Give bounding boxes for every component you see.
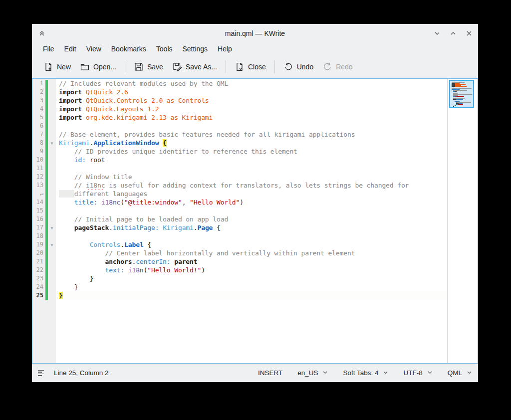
fold-cell bbox=[48, 173, 56, 182]
fold-cell bbox=[48, 199, 56, 207]
statusbar-item-label: QML bbox=[448, 369, 462, 377]
code-text bbox=[56, 165, 447, 173]
code-line[interactable]: 1// Includes relevant modules used by th… bbox=[32, 80, 447, 88]
fold-cell bbox=[48, 215, 56, 224]
save-icon bbox=[134, 62, 144, 72]
code-text: // Includes relevant modules used by the… bbox=[56, 80, 447, 88]
code-line[interactable]: 3import QtQuick.Controls 2.0 as Controls bbox=[32, 97, 447, 105]
code-text: id: root bbox=[56, 156, 447, 165]
code-text: // Center label horizontally and vertica… bbox=[56, 249, 447, 258]
open-button[interactable]: Open... bbox=[75, 59, 121, 75]
fold-cell bbox=[48, 131, 56, 139]
cursor-position[interactable]: Line 25, Column 2 bbox=[54, 369, 109, 377]
show-lines-icon[interactable] bbox=[38, 370, 46, 376]
line-number: 11 bbox=[32, 165, 45, 173]
kwrite-window: main.qml — KWrite FileEditViewBookmarksT… bbox=[32, 24, 478, 382]
fold-cell bbox=[48, 97, 56, 105]
fold-cell bbox=[48, 165, 56, 173]
code-line[interactable]: 2import QtQuick 2.6 bbox=[32, 88, 447, 97]
undo-button[interactable]: Undo bbox=[279, 59, 318, 75]
code-line[interactable]: 11 bbox=[32, 165, 447, 173]
maximize-icon[interactable] bbox=[449, 29, 457, 37]
shade-icon[interactable] bbox=[38, 29, 46, 37]
code-line[interactable]: 8▼Kirigami.ApplicationWindow { bbox=[32, 139, 447, 148]
code-line[interactable]: 12 // Window title bbox=[32, 173, 447, 182]
line-number: 8 bbox=[32, 139, 45, 148]
statusbar-input-mode[interactable]: INSERT bbox=[258, 369, 282, 377]
statusbar-dictionary[interactable]: en_US bbox=[297, 369, 328, 377]
code-line[interactable]: 4import QtQuick.Layouts 1.2 bbox=[32, 105, 447, 114]
toolbar-button-label: Save bbox=[147, 63, 163, 71]
fold-cell bbox=[48, 292, 56, 300]
code-line[interactable]: 6 bbox=[32, 122, 447, 131]
statusbar-tab-settings[interactable]: Soft Tabs: 4 bbox=[343, 369, 388, 377]
fold-cell bbox=[48, 275, 56, 283]
menu-settings[interactable]: Settings bbox=[178, 44, 213, 54]
statusbar-item-label: INSERT bbox=[258, 369, 282, 377]
minimap-visible-region[interactable] bbox=[449, 80, 474, 108]
statusbar-syntax-mode[interactable]: QML bbox=[448, 369, 472, 377]
menu-tools[interactable]: Tools bbox=[151, 44, 178, 54]
code-line[interactable]: 23 } bbox=[32, 275, 447, 283]
menu-edit[interactable]: Edit bbox=[59, 44, 81, 54]
saveas-button[interactable]: Save As... bbox=[168, 59, 222, 75]
code-line[interactable]: 25} bbox=[32, 292, 447, 300]
fold-cell bbox=[48, 122, 56, 131]
new-button[interactable]: New bbox=[39, 59, 75, 75]
menu-bookmarks[interactable]: Bookmarks bbox=[106, 44, 151, 54]
code-line[interactable]: 21 anchors.centerIn: parent bbox=[32, 258, 447, 266]
titlebar[interactable]: main.qml — KWrite bbox=[32, 24, 478, 43]
code-line[interactable]: 19▼ Controls.Label { bbox=[32, 241, 447, 249]
new-document-icon bbox=[43, 62, 53, 72]
statusbar-encoding[interactable]: UTF-8 bbox=[403, 369, 432, 377]
line-number: 21 bbox=[32, 258, 45, 266]
minimap-scrollbar[interactable] bbox=[447, 79, 478, 363]
line-number: 24 bbox=[32, 283, 45, 292]
wrap-indent-fill bbox=[59, 190, 74, 198]
line-number: 14 bbox=[32, 199, 45, 207]
editor-area[interactable]: 1// Includes relevant modules used by th… bbox=[32, 78, 478, 364]
code-text: } bbox=[56, 292, 447, 300]
code-line[interactable]: 10 id: root bbox=[32, 156, 447, 165]
code-text: import QtQuick 2.6 bbox=[56, 88, 447, 97]
line-number: 13 bbox=[32, 182, 45, 190]
line-number: 19 bbox=[32, 241, 45, 249]
undo-icon bbox=[283, 62, 293, 72]
code-line[interactable]: 18 bbox=[32, 232, 447, 241]
fold-marker-icon[interactable]: ▼ bbox=[48, 139, 56, 148]
line-number: 4 bbox=[32, 105, 45, 114]
save-button[interactable]: Save bbox=[129, 59, 168, 75]
code-text: import QtQuick.Controls 2.0 as Controls bbox=[56, 97, 447, 105]
line-number: 25 bbox=[32, 292, 45, 300]
toolbar-separator bbox=[274, 60, 275, 73]
open-folder-icon bbox=[80, 62, 90, 72]
statusbar-item-label: Soft Tabs: 4 bbox=[343, 369, 378, 377]
code-line[interactable]: 16 // Initial page to be loaded on app l… bbox=[32, 215, 447, 224]
close-icon[interactable] bbox=[465, 29, 473, 37]
close-button[interactable]: Close bbox=[230, 59, 270, 75]
code-line[interactable]: 9 // ID provides unique identifier to re… bbox=[32, 148, 447, 156]
chevron-down-icon bbox=[427, 369, 433, 377]
code-text: } bbox=[56, 275, 447, 283]
code-line[interactable]: 14 title: i18nc("@title:window", "Hello … bbox=[32, 199, 447, 207]
code-line[interactable]: 13 // i18nc is useful for adding context… bbox=[32, 182, 447, 190]
code-line[interactable]: 22 text: i18n("Hello World!") bbox=[32, 266, 447, 275]
code-line[interactable]: 17▼ pageStack.initialPage: Kirigami.Page… bbox=[32, 224, 447, 232]
line-number: 5 bbox=[32, 114, 45, 122]
code-text: import QtQuick.Layouts 1.2 bbox=[56, 105, 447, 114]
fold-marker-icon[interactable]: ▼ bbox=[48, 224, 56, 232]
code-line[interactable]: 20 // Center label horizontally and vert… bbox=[32, 249, 447, 258]
code-line[interactable]: ↵ different languages bbox=[32, 190, 447, 199]
chevron-down-icon bbox=[383, 369, 388, 377]
menu-view[interactable]: View bbox=[81, 44, 106, 54]
code-line[interactable]: 5import org.kde.kirigami 2.13 as Kirigam… bbox=[32, 114, 447, 122]
code-line[interactable]: 24 } bbox=[32, 283, 447, 292]
menu-file[interactable]: File bbox=[38, 44, 59, 54]
code-line[interactable]: 15 bbox=[32, 207, 447, 215]
minimap-row bbox=[452, 107, 473, 108]
code-line[interactable]: 7// Base element, provides basic feature… bbox=[32, 131, 447, 139]
menu-help[interactable]: Help bbox=[213, 44, 237, 54]
redo-button[interactable]: Redo bbox=[318, 59, 357, 75]
fold-marker-icon[interactable]: ▼ bbox=[48, 241, 56, 249]
minimize-icon[interactable] bbox=[433, 29, 441, 37]
